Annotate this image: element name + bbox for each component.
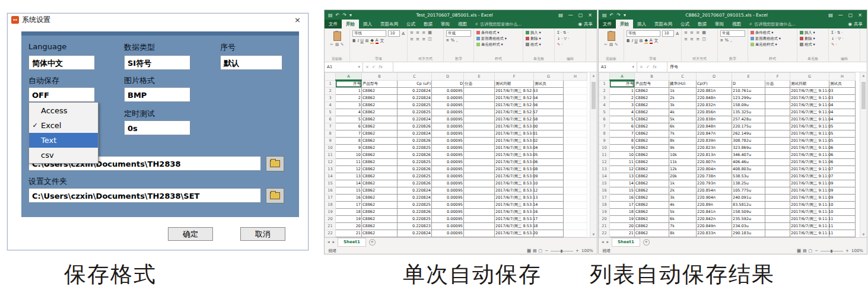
cell[interactable]: 0.220826 — [398, 151, 432, 158]
column-header[interactable]: D — [432, 73, 464, 81]
cell[interactable] — [464, 180, 495, 187]
cell[interactable]: 产品型号 — [362, 80, 398, 87]
row-header[interactable]: 10 — [325, 144, 336, 151]
add-sheet-icon[interactable]: + — [369, 239, 376, 246]
cell[interactable]: 0.220825 — [398, 173, 432, 180]
cell[interactable]: 6k — [669, 123, 697, 130]
cell[interactable]: 18 — [336, 208, 362, 215]
format-painter-icon[interactable]: ✎ — [341, 42, 344, 47]
cell[interactable]: 21 — [336, 230, 362, 237]
cell[interactable] — [534, 222, 564, 230]
cell[interactable]: 2 — [336, 94, 362, 101]
cell[interactable]: C8862 — [362, 123, 398, 130]
cell[interactable]: 分选 — [765, 80, 790, 87]
cell[interactable]: D — [732, 80, 765, 87]
cell[interactable]: 220.89n — [697, 201, 732, 208]
cell[interactable]: 346.407u — [732, 151, 765, 158]
cell[interactable]: 220.854n — [697, 187, 732, 194]
row-header[interactable]: 1 — [599, 80, 610, 87]
cell[interactable] — [534, 208, 564, 215]
cell[interactable]: C8862 — [362, 158, 398, 165]
sheet-nav-left-icon[interactable]: ◂ — [602, 240, 604, 244]
cell[interactable]: 538.53u — [732, 173, 765, 180]
format-painter-icon[interactable]: ✎ — [615, 42, 618, 47]
cell[interactable]: 0.00095 — [432, 222, 464, 230]
cell[interactable]: 0.00095 — [432, 180, 464, 187]
font-name-box[interactable]: 等线 — [352, 30, 386, 37]
cut-icon[interactable]: ✂ — [604, 42, 607, 47]
cell[interactable]: 0.00095 — [432, 201, 464, 208]
format-as-table-button[interactable]: 套用表格格式▾ — [751, 36, 794, 41]
vertical-scrollbar[interactable]: ▲ ▼ — [590, 72, 597, 237]
cell[interactable]: 21 — [610, 230, 635, 237]
cell[interactable]: 0.00095 — [432, 237, 464, 237]
delete-cells-button[interactable]: 删除▾ — [526, 36, 552, 41]
cell[interactable]: 0.220825 — [398, 215, 432, 222]
cell[interactable]: 11 — [336, 158, 362, 165]
cell[interactable] — [564, 222, 587, 230]
cell[interactable]: 9k — [669, 237, 697, 237]
cell[interactable] — [534, 201, 564, 208]
row-header[interactable]: 15 — [325, 180, 336, 187]
cell[interactable]: 6k — [669, 215, 697, 222]
cell[interactable]: C8862 — [635, 123, 669, 130]
cell[interactable] — [564, 215, 587, 222]
cell[interactable]: 0.00095 — [432, 123, 464, 130]
cell[interactable]: C8862 — [362, 180, 398, 187]
cell[interactable] — [564, 208, 587, 215]
cell[interactable]: 20 — [610, 222, 635, 230]
cell[interactable]: 测试员 — [534, 80, 564, 87]
cell[interactable] — [464, 109, 495, 116]
ribbon-tab-开始[interactable]: 开始 — [342, 20, 359, 28]
cell[interactable]: 14 — [610, 180, 635, 187]
bold-icon[interactable]: B — [352, 39, 355, 43]
cell[interactable]: 2017/6/7/周三 9:11:11 — [790, 222, 829, 230]
set-folder-field[interactable]: C:\Users\czxin\Documents\TH2838\SET — [28, 188, 261, 203]
cell[interactable]: C8862 — [635, 194, 669, 201]
cell[interactable]: C8862 — [362, 130, 398, 137]
cell[interactable] — [464, 130, 495, 137]
cell[interactable]: 2017/6/7/周三 9:11:04 — [790, 116, 829, 123]
cell[interactable]: 0.220824 — [398, 87, 432, 94]
cell[interactable] — [534, 116, 564, 123]
sheet-tab[interactable]: Sheet1 — [338, 238, 366, 247]
sheet-nav-right-icon[interactable]: ▸ — [607, 240, 609, 244]
cell[interactable] — [765, 201, 790, 208]
autosum-button[interactable]: Σ·⇅· — [831, 30, 857, 35]
cell[interactable]: 3 — [336, 101, 362, 109]
cell[interactable]: 6 — [336, 123, 362, 130]
cell[interactable]: 19 — [610, 215, 635, 222]
cell[interactable]: C8862 — [635, 237, 669, 237]
cell[interactable] — [534, 130, 564, 137]
row-header[interactable]: 13 — [599, 165, 610, 173]
cell[interactable]: 22 — [336, 237, 362, 237]
row-header[interactable]: 18 — [599, 201, 610, 208]
cell[interactable]: 220.832n — [697, 101, 732, 109]
select-all-corner[interactable] — [599, 73, 610, 81]
border-icon[interactable]: ⊞ — [365, 39, 369, 43]
ribbon-display-icon[interactable]: ▤ — [558, 12, 563, 18]
cell[interactable] — [534, 194, 564, 201]
cell[interactable]: 220.793n — [697, 180, 732, 187]
row-header[interactable]: 13 — [325, 165, 336, 173]
cell[interactable]: 测试日期 — [790, 80, 829, 87]
cell[interactable] — [564, 194, 587, 201]
cell[interactable]: 1k — [669, 180, 697, 187]
cell[interactable]: 0.00095 — [432, 230, 464, 237]
cell[interactable]: 0.00095 — [432, 94, 464, 101]
cell[interactable] — [464, 173, 495, 180]
cell[interactable]: 235.592u — [732, 215, 765, 222]
ribbon-tab-审阅[interactable]: 审阅 — [711, 20, 728, 28]
cell[interactable]: 0.00095 — [432, 144, 464, 151]
row-header[interactable]: 10 — [599, 144, 610, 151]
row-header[interactable]: 20 — [325, 215, 336, 222]
name-box[interactable]: A1▾ — [599, 62, 637, 72]
save-icon[interactable]: ▤ — [328, 12, 333, 18]
cell[interactable] — [464, 101, 495, 109]
zoom-in-icon[interactable]: + — [845, 249, 849, 253]
cell[interactable] — [564, 144, 587, 151]
cell[interactable]: 2017/6/7/周三 9:11:03 — [790, 87, 829, 94]
cell[interactable]: C8862 — [635, 87, 669, 94]
ribbon-tab-开始[interactable]: 开始 — [616, 20, 633, 28]
sheet-nav-left-icon[interactable]: ◂ — [328, 240, 330, 244]
